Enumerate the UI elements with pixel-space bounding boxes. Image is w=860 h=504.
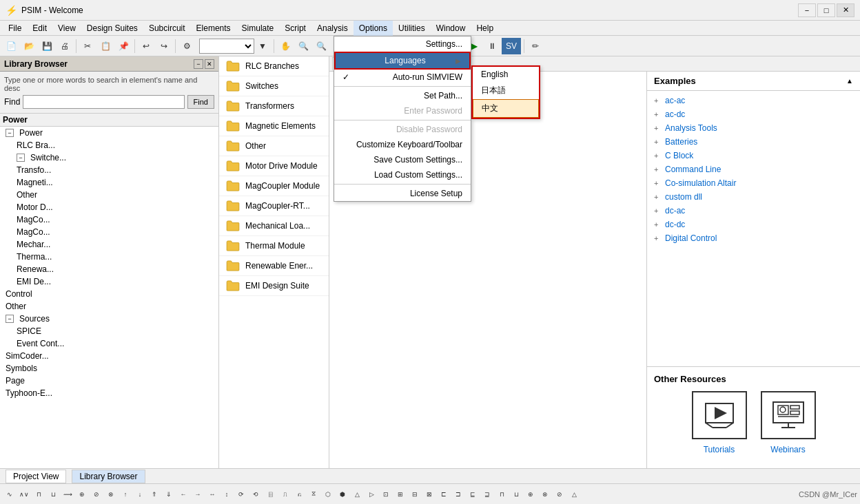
menu-utilities[interactable]: Utilities <box>393 21 431 36</box>
example-list-item[interactable]: + Command Line <box>647 162 860 176</box>
tb-bot-18[interactable]: ⟲ <box>249 486 263 503</box>
tb-bot-29[interactable]: ⊟ <box>408 486 422 503</box>
menu-design-suites[interactable]: Design Suites <box>81 21 143 36</box>
tree-item[interactable]: Control <box>0 288 218 300</box>
tb-bot-6[interactable]: ⊕ <box>75 486 89 503</box>
tb-bot-23[interactable]: ⬡ <box>321 486 335 503</box>
combo-arrow[interactable]: ▼ <box>254 38 271 54</box>
tree-item[interactable]: Other <box>0 300 218 313</box>
menu-edit[interactable]: Edit <box>27 21 52 36</box>
tree-item[interactable]: SimCoder... <box>0 350 218 362</box>
pan-btn[interactable]: ✋ <box>277 38 294 54</box>
tree-item[interactable]: Therma... <box>0 251 218 263</box>
lang-item-中文[interactable]: 中文 <box>473 99 539 118</box>
tb-bot-19[interactable]: ⌸ <box>263 486 277 503</box>
menu-item-set-path---[interactable]: Set Path... <box>334 88 471 103</box>
tree-item[interactable]: Symbols <box>0 362 218 375</box>
tb-bot-24[interactable]: ⬢ <box>336 486 349 503</box>
file-list-item[interactable]: Renewable Ener... <box>219 256 329 276</box>
menu-script[interactable]: Script <box>279 21 311 36</box>
menu-item-save-custom-settings---[interactable]: Save Custom Settings... <box>334 152 471 167</box>
undo-btn[interactable]: ↩ <box>138 38 154 54</box>
tb-bot-37[interactable]: ⊕ <box>524 486 538 503</box>
tb-bot-40[interactable]: △ <box>567 486 581 503</box>
tb-bot-13[interactable]: ← <box>176 486 190 503</box>
file-list-item[interactable]: Magnetic Elements <box>219 116 329 136</box>
tree-item[interactable]: −Power <box>0 127 218 139</box>
paste-btn[interactable]: 📌 <box>115 38 132 54</box>
example-list-item[interactable]: + ac-dc <box>647 107 860 121</box>
tree-item[interactable]: Renewa... <box>0 263 218 275</box>
menu-item-license-setup[interactable]: License Setup <box>334 186 471 201</box>
file-list-item[interactable]: Transformers <box>219 96 329 116</box>
example-list-item[interactable]: + Batteries <box>647 135 860 149</box>
minimize-button[interactable]: − <box>798 3 816 17</box>
tree-item[interactable]: −Sources <box>0 313 218 325</box>
tb-bot-14[interactable]: → <box>191 486 205 503</box>
lib-find-button[interactable]: Find <box>187 95 214 109</box>
tree-item[interactable]: Motor D... <box>0 201 218 213</box>
tb-bot-22[interactable]: ⧖ <box>307 486 320 503</box>
print-btn[interactable]: 🖨 <box>57 38 73 54</box>
tree-item[interactable]: −Switche... <box>0 151 218 164</box>
pause-btn[interactable]: ⏸ <box>484 38 500 54</box>
tree-item[interactable]: Typhoon-E... <box>0 387 218 399</box>
tree-item[interactable]: Other <box>0 189 218 201</box>
tb-bot-36[interactable]: ⊔ <box>509 486 523 503</box>
example-list-item[interactable]: + dc-ac <box>647 204 860 218</box>
misc-btn[interactable]: ⚙ <box>178 38 195 54</box>
tree-item[interactable]: RLC Bra... <box>0 139 218 151</box>
menu-item-customize-keyboard-toolbar[interactable]: Customize Keyboard/Toolbar <box>334 137 471 152</box>
tb-bot-26[interactable]: ▷ <box>365 486 378 503</box>
tb-bot-30[interactable]: ⊠ <box>422 486 436 503</box>
example-list-item[interactable]: + ac-ac <box>647 94 860 107</box>
menu-help[interactable]: Help <box>471 21 499 36</box>
example-list-item[interactable]: + custom dll <box>647 190 860 204</box>
example-list-item[interactable]: + C Block <box>647 149 860 162</box>
tb-bot-25[interactable]: △ <box>350 486 364 503</box>
tree-item[interactable]: EMI De... <box>0 275 218 288</box>
file-list-item[interactable]: Switches <box>219 76 329 96</box>
tree-item[interactable]: Mechar... <box>0 238 218 251</box>
tree-item[interactable]: Event Cont... <box>0 337 218 350</box>
tb-bot-9[interactable]: ↑ <box>119 486 132 503</box>
menu-item-settings---[interactable]: Settings... <box>334 36 471 52</box>
copy-btn[interactable]: 📋 <box>97 38 114 54</box>
tree-item[interactable]: Magneti... <box>0 176 218 189</box>
lib-pin-btn[interactable]: − <box>194 59 203 69</box>
file-list-item[interactable]: Thermal Module <box>219 236 329 256</box>
tb-bot-28[interactable]: ⊞ <box>393 486 407 503</box>
tb-bot-12[interactable]: ⇓ <box>162 486 176 503</box>
tb-bot-7[interactable]: ⊘ <box>90 486 103 503</box>
tb-bot-10[interactable]: ↓ <box>133 486 147 503</box>
simview-btn[interactable]: SV <box>502 38 521 54</box>
file-list-item[interactable]: Other <box>219 136 329 156</box>
menu-simulate[interactable]: Simulate <box>236 21 280 36</box>
menu-options[interactable]: Options <box>354 21 393 36</box>
menu-subcircuit[interactable]: Subcircuit <box>143 21 191 36</box>
lang-item-English[interactable]: English <box>473 67 539 82</box>
tree-item[interactable]: SPICE <box>0 325 218 337</box>
tree-expand-icon[interactable]: − <box>6 315 14 323</box>
file-list-item[interactable]: Motor Drive Module <box>219 156 329 176</box>
tree-item[interactable]: MagCo... <box>0 226 218 238</box>
draw-btn[interactable]: ✏ <box>527 38 544 54</box>
tutorials-resource[interactable]: Tutorials <box>692 391 747 454</box>
tb-bot-31[interactable]: ⊏ <box>437 486 451 503</box>
tb-bot-15[interactable]: ↔ <box>205 486 219 503</box>
lib-close-btn[interactable]: ✕ <box>205 59 214 69</box>
example-list-item[interactable]: + Co-simulation Altair <box>647 176 860 190</box>
lang-item-日本語[interactable]: 日本語 <box>473 82 539 99</box>
tb-bot-39[interactable]: ⊘ <box>553 486 566 503</box>
tb-bot-11[interactable]: ⇑ <box>147 486 161 503</box>
cut-btn[interactable]: ✂ <box>79 38 96 54</box>
example-list-item[interactable]: + dc-dc <box>647 218 860 231</box>
tb-bot-1[interactable]: ∿ <box>3 486 17 503</box>
menu-elements[interactable]: Elements <box>191 21 236 36</box>
tb-bot-35[interactable]: ⊓ <box>495 486 509 503</box>
tree-expand-icon[interactable]: − <box>17 154 25 162</box>
tb-bot-16[interactable]: ↕ <box>220 486 234 503</box>
tb-bot-33[interactable]: ⊑ <box>466 486 480 503</box>
redo-btn[interactable]: ↪ <box>156 38 172 54</box>
menu-analysis[interactable]: Analysis <box>311 21 354 36</box>
